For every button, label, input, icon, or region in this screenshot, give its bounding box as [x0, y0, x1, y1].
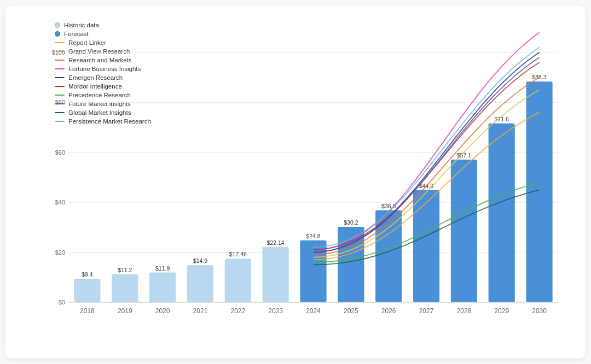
- bar: [187, 265, 213, 302]
- bar-value-label: $88.3: [532, 74, 546, 80]
- bar-value-label: $11.9: [155, 265, 170, 272]
- x-axis-year-label: 2018: [80, 307, 95, 315]
- bar-value-label: $14.9: [193, 257, 207, 264]
- svg-text:$0: $0: [59, 299, 65, 306]
- x-axis-year-label: 2026: [381, 307, 396, 315]
- bar: [451, 160, 477, 302]
- bar-value-label: $11.2: [118, 267, 132, 273]
- bar: [263, 247, 289, 302]
- bar: [149, 273, 176, 302]
- svg-text:$80: $80: [55, 99, 65, 105]
- bar: [413, 190, 439, 302]
- x-axis-year-label: 2028: [457, 307, 472, 315]
- svg-text:$60: $60: [55, 149, 65, 156]
- x-axis-year-label: 2020: [155, 307, 170, 315]
- x-axis-year-label: 2019: [118, 307, 132, 315]
- x-axis-year-label: 2021: [193, 307, 208, 315]
- bar: [112, 274, 138, 302]
- x-axis-year-label: 2025: [344, 307, 358, 315]
- x-axis-year-label: 2029: [494, 307, 509, 315]
- chart-svg: $0$20$40$60$80$100$9.42018$11.22019$11.9…: [44, 22, 564, 331]
- chart-container: Historic dataForecastReport LinkerGrand …: [5, 5, 586, 359]
- bar: [225, 259, 251, 302]
- svg-text:$20: $20: [55, 249, 65, 256]
- bar-value-label: $17.46: [229, 251, 247, 257]
- x-axis-year-label: 2024: [306, 307, 321, 315]
- bar-value-label: $22.14: [267, 239, 285, 246]
- bar-value-label: $30.2: [344, 219, 358, 226]
- x-axis-year-label: 2022: [230, 307, 245, 315]
- svg-text:$40: $40: [55, 199, 65, 206]
- x-axis-year-label: 2027: [419, 307, 434, 315]
- chart-area: Historic dataForecastReport LinkerGrand …: [44, 22, 564, 331]
- x-axis-year-label: 2030: [532, 307, 547, 315]
- bar: [74, 279, 100, 302]
- x-axis-year-label: 2023: [268, 307, 283, 315]
- svg-text:$100: $100: [52, 49, 65, 56]
- bar: [489, 124, 515, 302]
- bar-value-label: $9.4: [82, 271, 93, 278]
- bar-value-label: $24.8: [306, 233, 320, 239]
